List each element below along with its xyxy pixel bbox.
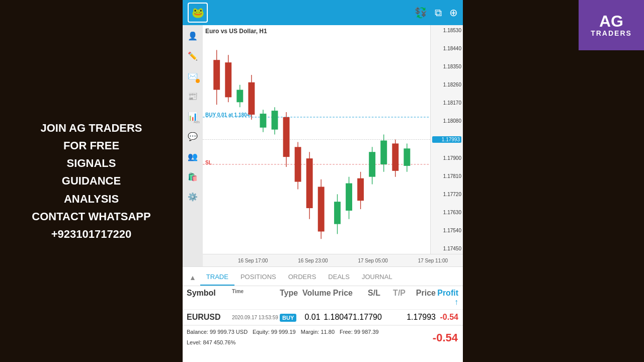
- svg-rect-32: [380, 140, 387, 164]
- chart-section: 👤 ✏️ ✉️ 📰 📊 Ads 💬 👥 🛍️ ⚙️ Euro vs U: [183, 25, 463, 266]
- price-1.18440: 1.18440: [432, 46, 461, 51]
- row-symbol: EURUSD: [187, 313, 232, 322]
- price-1.17810: 1.17810: [432, 173, 461, 179]
- price-1.17900: 1.17900: [432, 155, 461, 161]
- svg-rect-30: [369, 152, 375, 176]
- candlestick-chart: [203, 25, 430, 254]
- svg-rect-28: [357, 178, 364, 201]
- icon-sidebar: 👤 ✏️ ✉️ 📰 📊 Ads 💬 👥 🛍️ ⚙️: [183, 25, 203, 266]
- group-icon[interactable]: 👥: [185, 148, 201, 164]
- svg-rect-14: [272, 111, 278, 130]
- price-1.18530: 1.18530: [432, 28, 461, 33]
- svg-rect-6: [225, 62, 231, 97]
- app-logo: 🐸: [188, 3, 208, 23]
- user-icon[interactable]: 👤: [185, 28, 201, 44]
- row-profit: -0.54: [436, 313, 458, 322]
- header-type: Type: [280, 289, 302, 307]
- svg-rect-24: [334, 202, 341, 224]
- time-2: 16 Sep 23:00: [283, 258, 343, 263]
- header-time: Time: [232, 289, 280, 307]
- promo-text: JOIN AG TRADERS FOR FREE SIGNALS GUIDANC…: [32, 119, 150, 243]
- row-sl: 1.17790: [353, 313, 380, 322]
- tab-deals[interactable]: DEALS: [322, 269, 356, 286]
- price-1.18350: 1.18350: [432, 64, 461, 69]
- margin-label: Margin: 11.80: [301, 329, 335, 335]
- header-profit[interactable]: Profit ↑: [436, 289, 458, 307]
- ag-logo-text: AG: [599, 13, 623, 29]
- pencil-icon[interactable]: ✏️: [185, 48, 201, 64]
- balance-label: Balance: 99 999.73 USD: [187, 329, 248, 335]
- price-1.18080: 1.18080: [432, 118, 461, 124]
- header-price: Price: [323, 289, 353, 307]
- tab-orders[interactable]: ORDERS: [282, 269, 323, 286]
- left-panel: JOIN AG TRADERS FOR FREE SIGNALS GUIDANC…: [0, 0, 183, 362]
- chart-and-scale: Euro vs US Dollar, H1 BUY 0.01 at 1.1804…: [203, 25, 463, 254]
- svg-rect-22: [318, 187, 325, 231]
- svg-rect-10: [248, 82, 255, 115]
- chat-icon[interactable]: 💬: [185, 128, 201, 144]
- bag-icon[interactable]: 🛍️: [185, 168, 201, 185]
- header-icons: 💱 ⧉ ⊕: [415, 7, 458, 19]
- header-tp: T/P: [380, 289, 406, 307]
- tab-bar: ▲ TRADE POSITIONS ORDERS DEALS JOURNAL: [183, 267, 463, 286]
- news-icon[interactable]: 📰: [185, 88, 201, 104]
- svg-rect-36: [404, 148, 410, 166]
- svg-rect-34: [392, 143, 398, 170]
- price-scale: 1.18530 1.18440 1.18350 1.18260 1.18170 …: [430, 25, 463, 254]
- tab-journal[interactable]: JOURNAL: [356, 269, 398, 286]
- time-axis: 16 Sep 17:00 16 Sep 23:00 17 Sep 05:00 1…: [203, 254, 463, 266]
- gear-icon[interactable]: ⚙️: [185, 189, 201, 205]
- row-price: 1.18047: [323, 313, 353, 322]
- add-icon[interactable]: ⊕: [449, 7, 458, 19]
- ag-traders-logo: AG TRADERS: [579, 0, 644, 50]
- header-sl: S/L: [353, 289, 380, 307]
- chart-canvas[interactable]: Euro vs US Dollar, H1 BUY 0.01 at 1.1804…: [203, 25, 430, 254]
- currency-icon[interactable]: 💱: [415, 7, 427, 19]
- level-value: 847 450.76%: [203, 339, 235, 345]
- trading-app: 🐸 💱 ⧉ ⊕ 👤 ✏️ ✉️ 📰 📊 Ads 💬 👥 🛍️: [183, 0, 463, 362]
- ag-logo-subtext: TRADERS: [591, 29, 632, 37]
- chart-icon[interactable]: 📊 Ads: [185, 108, 201, 124]
- price-1.17630: 1.17630: [432, 210, 461, 215]
- table-row[interactable]: EURUSD 2020.09.17 13:53:59 BUY 0.01 1.18…: [183, 310, 463, 325]
- collapse-button[interactable]: ▲: [185, 269, 200, 286]
- header-price2: Price: [406, 289, 436, 307]
- table-header: Symbol Time Type Volume Price S/L T/P Pr…: [183, 286, 463, 310]
- row-type: BUY: [280, 313, 302, 322]
- trade-panel: ▲ TRADE POSITIONS ORDERS DEALS JOURNAL S…: [183, 266, 463, 362]
- price-1.17720: 1.17720: [432, 192, 461, 197]
- time-4: 17 Sep 11:00: [403, 258, 463, 263]
- row-price2: 1.17993: [406, 313, 436, 322]
- svg-rect-18: [295, 147, 301, 182]
- app-header: 🐸 💱 ⧉ ⊕: [183, 0, 463, 25]
- tab-trade[interactable]: TRADE: [200, 269, 234, 286]
- svg-rect-16: [283, 117, 290, 157]
- buy-tag: BUY: [280, 314, 296, 322]
- big-profit-display: -0.54: [433, 331, 458, 344]
- svg-rect-4: [213, 60, 220, 89]
- time-3: 17 Sep 05:00: [343, 258, 403, 263]
- price-1.18260: 1.18260: [432, 82, 461, 87]
- equity-label: Equity: 99 999.19: [253, 329, 296, 335]
- price-1.18170: 1.18170: [432, 100, 461, 106]
- level-label: Level:: [187, 339, 201, 345]
- row-time: 2020.09.17 13:53:59: [232, 315, 280, 320]
- tab-positions[interactable]: POSITIONS: [234, 269, 282, 286]
- price-1.17540: 1.17540: [432, 228, 461, 233]
- time-1: 16 Sep 17:00: [223, 258, 283, 263]
- free-label: Free: 99 987.39: [340, 329, 379, 335]
- balance-bar: Balance: 99 999.73 USD Equity: 99 999.19…: [183, 325, 463, 338]
- header-symbol: Symbol: [187, 289, 232, 307]
- row-volume: 0.01: [302, 313, 323, 322]
- window-icon[interactable]: ⧉: [435, 7, 442, 19]
- header-volume: Volume: [302, 289, 323, 307]
- chart-wrapper: Euro vs US Dollar, H1 BUY 0.01 at 1.1804…: [203, 25, 463, 266]
- level-bar: Level: 847 450.76%: [183, 338, 463, 347]
- chart-title: Euro vs US Dollar, H1: [205, 28, 267, 35]
- main-content: 👤 ✏️ ✉️ 📰 📊 Ads 💬 👥 🛍️ ⚙️ Euro vs U: [183, 25, 463, 362]
- svg-rect-26: [346, 184, 352, 211]
- price-1.17450: 1.17450: [432, 246, 461, 251]
- mail-icon[interactable]: ✉️: [185, 68, 201, 84]
- svg-rect-8: [236, 90, 243, 103]
- svg-rect-20: [306, 158, 313, 208]
